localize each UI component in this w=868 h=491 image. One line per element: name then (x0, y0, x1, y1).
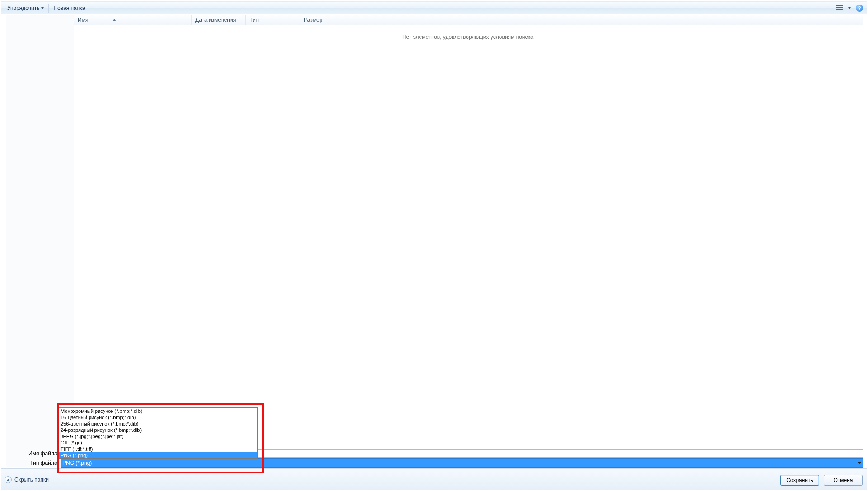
file-list-area: Имя Дата изменения Тип Размер Нет элемен… (74, 15, 863, 467)
cancel-button-label: Отмена (833, 477, 853, 483)
column-name-label: Имя (78, 17, 88, 23)
new-folder-label: Новая папка (53, 5, 85, 11)
cancel-button[interactable]: Отмена (824, 475, 863, 486)
filetype-selected-display: PNG (*.png) (61, 458, 863, 468)
column-type[interactable]: Тип (246, 15, 300, 25)
filetype-selected-text: PNG (*.png) (62, 460, 92, 466)
hide-folders-label: Скрыть папки (14, 477, 49, 483)
list-view-icon (836, 5, 843, 11)
organize-menu-button[interactable]: Упорядочить (4, 3, 47, 13)
empty-state-message: Нет элементов, удовлетворяющих условиям … (74, 34, 863, 40)
filetype-option[interactable]: JPEG (*.jpg;*.jpeg;*.jpe;*.jfif) (59, 433, 257, 440)
column-size-label: Размер (304, 17, 322, 23)
help-button[interactable]: ? (854, 3, 864, 13)
caret-down-icon (41, 7, 44, 9)
filetype-option[interactable]: PNG (*.png) (59, 452, 257, 458)
filename-label: Имя файла: (1, 450, 61, 457)
filetype-label: Тип файла: (1, 460, 61, 466)
view-mode-dropdown-button[interactable] (846, 3, 853, 13)
toolbar: Упорядочить Новая папка ? (1, 2, 867, 14)
help-icon: ? (856, 5, 863, 12)
filetype-option[interactable]: GIF (*.gif) (59, 440, 257, 446)
filetype-dropdown-list[interactable]: Монохромный рисунок (*.bmp;*.dib)16-цвет… (59, 407, 258, 459)
filetype-row: Тип файла: PNG (*.png) (1, 458, 863, 468)
save-button[interactable]: Сохранить (780, 475, 819, 486)
filetype-option[interactable]: 16-цветный рисунок (*.bmp;*.dib) (59, 414, 257, 421)
organize-label: Упорядочить (7, 5, 39, 11)
column-modified[interactable]: Дата изменения (192, 15, 246, 25)
toolbar-right: ? (835, 3, 864, 13)
filetype-option[interactable]: Монохромный рисунок (*.bmp;*.dib) (59, 408, 257, 414)
dropdown-arrow-icon (858, 462, 861, 464)
view-mode-button[interactable] (835, 3, 844, 13)
bottom-panel: Скрыть папки Сохранить Отмена (1, 468, 867, 490)
collapse-icon (5, 476, 12, 483)
toolbar-separator (48, 4, 49, 13)
filetype-option[interactable]: TIFF (*.tif;*.tiff) (59, 446, 257, 452)
column-modified-label: Дата изменения (195, 17, 236, 23)
filetype-option[interactable]: 24-разрядный рисунок (*.bmp;*.dib) (59, 427, 257, 433)
sort-ascending-icon (113, 19, 116, 21)
filetype-select[interactable]: PNG (*.png) (61, 458, 863, 468)
dialog-buttons: Сохранить Отмена (780, 475, 863, 486)
hide-folders-button[interactable]: Скрыть папки (5, 476, 49, 483)
caret-down-icon (848, 7, 851, 9)
new-folder-button[interactable]: Новая папка (50, 3, 89, 13)
column-name[interactable]: Имя (74, 15, 192, 25)
save-dialog-window: Упорядочить Новая папка ? Имя (0, 0, 868, 491)
column-size[interactable]: Размер (300, 15, 345, 25)
column-headers: Имя Дата изменения Тип Размер (74, 15, 863, 25)
filetype-option[interactable]: 256-цветный рисунок (*.bmp;*.dib) (59, 421, 257, 427)
column-type-label: Тип (250, 17, 259, 23)
save-button-label: Сохранить (786, 477, 813, 483)
nav-sidebar[interactable] (6, 15, 74, 467)
